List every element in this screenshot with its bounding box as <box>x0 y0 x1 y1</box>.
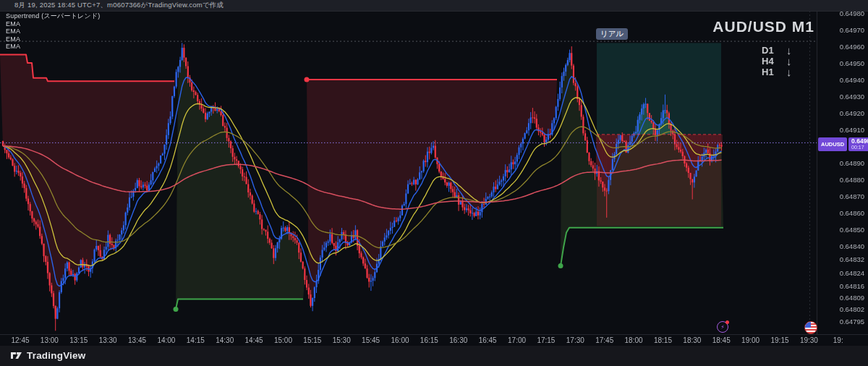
time-axis-label: 19:15 <box>770 336 788 344</box>
time-axis-label: 15:45 <box>362 336 380 344</box>
badge-price-value: 0.64902 <box>851 138 868 145</box>
indicator-legend: Supertrend (スーパートレンド)EMAEMAEMAEMA <box>6 12 101 51</box>
down-arrow-icon: ↓ <box>786 58 792 65</box>
time-axis-label: 14:45 <box>245 336 263 344</box>
price-axis-label: 0.64910 <box>840 126 864 134</box>
time-axis-label: 17:30 <box>566 336 584 344</box>
time-axis-label: 14:00 <box>157 336 175 344</box>
time-axis-label: 14:15 <box>187 336 205 344</box>
current-price-badge[interactable]: AUDUSD 0.64902 00:17 <box>818 137 868 151</box>
down-arrow-icon: ↓ <box>786 47 792 54</box>
tradingview-brand-text[interactable]: TradingView <box>27 350 85 361</box>
time-axis-label: 17:45 <box>595 336 613 344</box>
price-chart-canvas[interactable] <box>0 0 868 366</box>
time-axis-label: 19:30 <box>800 336 818 344</box>
time-axis-label: 17:00 <box>508 336 526 344</box>
footer-bar: TradingView <box>0 346 868 366</box>
price-axis-label: 0.64960 <box>840 43 864 51</box>
badge-symbol: AUDUSD <box>818 137 847 151</box>
legend-row-ema[interactable]: EMA <box>6 20 101 28</box>
tradingview-logo[interactable] <box>10 349 22 362</box>
price-axis-label: 0.64824 <box>840 268 864 276</box>
time-axis-label: 13:30 <box>99 336 117 344</box>
legend-row-ema[interactable]: EMA <box>6 35 101 43</box>
legend-row-ema[interactable]: EMA <box>6 27 101 35</box>
watermark-text: 8月 19, 2025 18:45 UTC+7、m0607366がTrading… <box>14 1 224 10</box>
time-axis-label: 13:15 <box>69 336 88 344</box>
us-flag-event-icon[interactable] <box>804 321 817 334</box>
time-axis-label: 14:30 <box>216 336 234 344</box>
htf-timeframe-label: D1 <box>762 45 786 56</box>
tradingview-chart-snapshot: 8月 19, 2025 18:45 UTC+7、m0607366がTrading… <box>0 0 868 366</box>
price-axis-label: 0.64840 <box>840 242 864 250</box>
price-axis-label: 0.64930 <box>840 93 864 101</box>
htf-row-d1: D1↓ <box>762 45 792 56</box>
price-axis-label: 0.64890 <box>840 159 864 167</box>
price-axis-label: 0.64850 <box>840 226 864 234</box>
economic-event-icon[interactable]: ⚡ <box>717 321 728 333</box>
time-axis-label: 18:00 <box>625 336 643 344</box>
legend-row-supertrend[interactable]: Supertrend (スーパートレンド) <box>6 12 101 20</box>
htf-row-h4: H4↓ <box>762 56 792 67</box>
legend-row-ema[interactable]: EMA <box>6 43 101 51</box>
time-axis-label: 18:15 <box>654 336 672 344</box>
price-axis-label: 0.64795 <box>840 317 864 325</box>
time-axis-label: 18:45 <box>712 336 731 344</box>
htf-timeframe-label: H4 <box>762 56 786 67</box>
time-axis-label: 12:45 <box>11 336 29 344</box>
time-axis-label: 16:15 <box>420 336 438 344</box>
down-arrow-icon: ↓ <box>786 69 792 76</box>
time-axis-label: 15:15 <box>303 336 321 344</box>
price-axis-label: 0.64940 <box>840 76 864 84</box>
time-axis-label: 15:00 <box>274 336 292 344</box>
badge-price-block: 0.64902 00:17 <box>848 137 868 151</box>
time-axis-label: 18:30 <box>683 336 701 344</box>
time-axis-label: 13:45 <box>128 336 146 344</box>
time-axis-label: 16:00 <box>391 336 409 344</box>
price-axis-label: 0.64950 <box>840 59 864 67</box>
time-axis-label: 13:00 <box>41 336 59 344</box>
badge-countdown: 00:17 <box>851 145 868 150</box>
price-axis-label: 0.64809 <box>840 294 864 302</box>
price-axis-label: 0.64970 <box>840 26 864 34</box>
watermark-bar: 8月 19, 2025 18:45 UTC+7、m0607366がTrading… <box>0 0 868 12</box>
symbol-watermark: AUD/USD M1 <box>712 18 814 35</box>
time-axis-label: 16:45 <box>479 336 497 344</box>
price-axis-label: 0.64880 <box>840 176 864 184</box>
time-axis-label: 19: <box>833 336 843 344</box>
price-axis-label: 0.64860 <box>840 209 864 217</box>
htf-timeframe-label: H1 <box>762 67 786 77</box>
price-axis-label: 0.64920 <box>840 109 864 117</box>
price-axis-label: 0.64870 <box>840 192 864 200</box>
htf-row-h1: H1↓ <box>762 67 792 77</box>
time-axis-label: 16:30 <box>449 336 467 344</box>
price-axis-label: 0.64816 <box>840 282 864 290</box>
time-axis-label: 17:15 <box>537 336 555 344</box>
timeframe-trend-panel: D1↓H4↓H1↓ <box>762 45 792 77</box>
price-axis-label: 0.64802 <box>840 305 864 313</box>
real-label[interactable]: リアル <box>596 28 628 40</box>
price-axis-label: 0.64832 <box>840 255 864 263</box>
time-axis-label: 19:00 <box>741 336 760 344</box>
time-axis-label: 15:30 <box>333 336 351 344</box>
